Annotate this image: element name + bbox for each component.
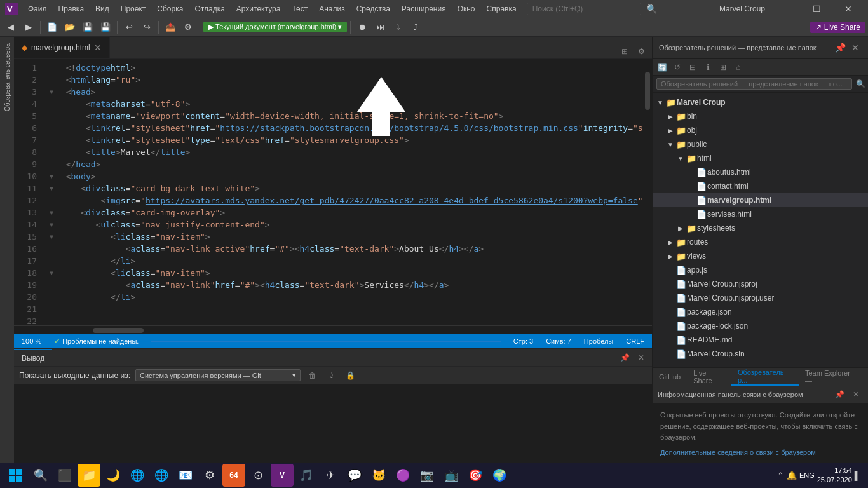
redo-button[interactable]: ↪ bbox=[139, 19, 155, 36]
solution-explorer-tab[interactable]: Обозреватель р... bbox=[731, 368, 799, 386]
activity-server-explorer[interactable]: Обозреватель сервера bbox=[1, 39, 13, 116]
tree-obj[interactable]: ▶ 📁 obj bbox=[653, 123, 868, 137]
yandex-btn[interactable]: 🌙 bbox=[102, 464, 125, 487]
forward-button[interactable]: ▶ bbox=[20, 19, 37, 36]
telegram-btn[interactable]: ✈ bbox=[319, 464, 342, 487]
app15-btn[interactable]: 🐱 bbox=[367, 464, 390, 487]
tab-marvelgroup[interactable]: ◆ marvelgroup.html ✕ bbox=[14, 37, 110, 58]
properties-btn[interactable]: ℹ bbox=[701, 60, 715, 74]
menu-arch[interactable]: Архитектура bbox=[231, 3, 286, 15]
tree-html-folder[interactable]: ▼ 📁 html bbox=[653, 151, 868, 165]
hscroll-thumb[interactable] bbox=[93, 328, 144, 333]
editor-hscrollbar[interactable] bbox=[14, 325, 652, 334]
run-button[interactable]: ▶ Текущий документ (marvelgroup.html) ▾ bbox=[203, 22, 347, 32]
editor-scrollbar[interactable] bbox=[643, 59, 652, 325]
open-button[interactable]: 📂 bbox=[62, 19, 78, 36]
status-encoding[interactable]: CRLF bbox=[623, 337, 647, 345]
home-btn[interactable]: ⌂ bbox=[731, 60, 745, 74]
close-button[interactable]: ✕ bbox=[834, 0, 863, 18]
output-source-dropdown[interactable]: Система управления версиями — Git ▾ bbox=[135, 369, 301, 381]
menu-edit[interactable]: Правка bbox=[53, 3, 90, 15]
breakpoint-btn[interactable]: ⏺ bbox=[354, 19, 370, 36]
mail-btn[interactable]: 📧 bbox=[174, 464, 197, 487]
menu-file[interactable]: Файл bbox=[23, 3, 52, 15]
save-all-button[interactable]: 💾 bbox=[97, 19, 114, 36]
settings-taskbar-btn[interactable]: ⚙ bbox=[198, 464, 221, 487]
tree-contact[interactable]: ▶ 📄 contact.html bbox=[653, 179, 868, 193]
tree-njsproj[interactable]: ▶ 📄 Marvel Croup.njsproj bbox=[653, 277, 868, 291]
panel-pin-btn[interactable]: 📌 bbox=[618, 351, 632, 365]
status-col[interactable]: Симв: 7 bbox=[543, 337, 574, 345]
menu-window[interactable]: Окно bbox=[452, 3, 480, 15]
step-over-btn[interactable]: ⏭ bbox=[372, 19, 388, 36]
edge-btn[interactable]: 🌐 bbox=[150, 464, 173, 487]
app16-btn[interactable]: 🟣 bbox=[391, 464, 414, 487]
system-clock[interactable]: 17:54 25.07.2020 bbox=[817, 466, 852, 485]
start-button[interactable] bbox=[3, 463, 28, 488]
app19-btn[interactable]: 🎯 bbox=[464, 464, 487, 487]
output-tab[interactable]: Вывод bbox=[14, 349, 52, 367]
lang-indicator[interactable]: ENG bbox=[799, 471, 815, 479]
menu-test[interactable]: Тест bbox=[287, 3, 313, 15]
clear-output-btn[interactable]: 🗑 bbox=[306, 369, 320, 383]
tray-up-icon[interactable]: ⌃ bbox=[777, 471, 784, 480]
panel-close-btn[interactable]: ✕ bbox=[634, 351, 648, 365]
undo-button[interactable]: ↩ bbox=[121, 19, 137, 36]
tree-servises[interactable]: ▶ 📄 servises.html bbox=[653, 207, 868, 221]
tree-public[interactable]: ▼ 📁 public bbox=[653, 137, 868, 151]
tree-package-lock[interactable]: ▶ 📄 package-lock.json bbox=[653, 319, 868, 333]
tree-root[interactable]: ▼ 📁 Marvel Croup bbox=[653, 95, 868, 109]
app12-btn[interactable]: 🎵 bbox=[295, 464, 318, 487]
menu-project[interactable]: Проект bbox=[116, 3, 151, 15]
sync-btn[interactable]: 🔄 bbox=[655, 60, 669, 74]
tree-bin[interactable]: ▶ 📁 bin bbox=[653, 109, 868, 123]
refresh-btn[interactable]: ↺ bbox=[670, 60, 684, 74]
tree-marvelgroup[interactable]: ▶ 📄 marvelgroup.html bbox=[653, 193, 868, 207]
twitch-btn[interactable]: 📺 bbox=[440, 464, 463, 487]
tree-routes[interactable]: ▶ 📁 routes bbox=[653, 235, 868, 249]
menu-tools[interactable]: Средства bbox=[351, 3, 395, 15]
task-view-btn[interactable]: ⬛ bbox=[53, 464, 76, 487]
tree-aboutus[interactable]: ▶ 📄 aboutus.html bbox=[653, 165, 868, 179]
sidebar-pin-btn[interactable]: 📌 bbox=[834, 41, 846, 54]
status-scrollbar[interactable] bbox=[151, 339, 500, 344]
tree-stylesheets[interactable]: ▶ 📁 stylesheets bbox=[653, 221, 868, 235]
step-in-btn[interactable]: ⤵ bbox=[390, 19, 406, 36]
app20-btn[interactable]: 🌍 bbox=[488, 464, 511, 487]
status-problems[interactable]: ✔ Проблемы не найдены. bbox=[51, 337, 141, 346]
lock-output-btn[interactable]: 🔒 bbox=[344, 369, 358, 383]
tab-split-button[interactable]: ⊞ bbox=[618, 44, 632, 58]
tab-close-button[interactable]: ✕ bbox=[94, 43, 102, 53]
team-explorer-tab[interactable]: Team Explorer —... bbox=[799, 368, 868, 386]
back-button[interactable]: ◀ bbox=[3, 19, 19, 36]
menu-help[interactable]: Справка bbox=[482, 3, 522, 15]
settings-button[interactable]: ⚙ bbox=[180, 19, 196, 36]
collapse-all-btn[interactable]: ⊟ bbox=[686, 60, 700, 74]
maximize-button[interactable]: ☐ bbox=[802, 0, 831, 18]
chrome-btn[interactable]: 🌐 bbox=[126, 464, 149, 487]
camera-btn[interactable]: 📷 bbox=[416, 464, 438, 487]
expand-all-btn[interactable]: ⊞ bbox=[716, 60, 730, 74]
minimize-button[interactable]: — bbox=[770, 0, 799, 18]
word-wrap-btn[interactable]: ⤸ bbox=[325, 369, 339, 383]
app10-btn[interactable]: ⊙ bbox=[247, 464, 269, 487]
status-line[interactable]: Стр: 3 bbox=[511, 337, 536, 345]
tree-readme[interactable]: ▶ 📄 README.md bbox=[653, 333, 868, 347]
tree-sln[interactable]: ▶ 📄 Marvel Croup.sln bbox=[653, 347, 868, 361]
vs-taskbar-btn[interactable]: V bbox=[271, 464, 294, 487]
publish-button[interactable]: 📤 bbox=[162, 19, 179, 36]
step-out-btn[interactable]: ⤴ bbox=[407, 19, 424, 36]
code-content[interactable]: <!doctype html> <html lang="ru"> ▼ <head… bbox=[42, 59, 643, 325]
sidebar-search-input[interactable] bbox=[656, 78, 852, 90]
sidebar-close-btn[interactable]: ✕ bbox=[849, 41, 862, 54]
explorer-taskbar-btn[interactable]: 📁 bbox=[78, 464, 100, 487]
tab-settings-button[interactable]: ⚙ bbox=[634, 44, 648, 58]
browser-link-more[interactable]: Дополнительные сведения о связи с браузе… bbox=[660, 449, 860, 456]
tree-views[interactable]: ▶ 📁 views bbox=[653, 249, 868, 263]
tree-package-json[interactable]: ▶ 📄 package.json bbox=[653, 305, 868, 319]
global-search-input[interactable] bbox=[527, 3, 641, 15]
github-tab[interactable]: GitHub bbox=[653, 368, 687, 386]
menu-analyze[interactable]: Анализ bbox=[314, 3, 350, 15]
menu-view[interactable]: Вид bbox=[90, 3, 114, 15]
notification-icon[interactable]: 🔔 bbox=[787, 471, 797, 480]
